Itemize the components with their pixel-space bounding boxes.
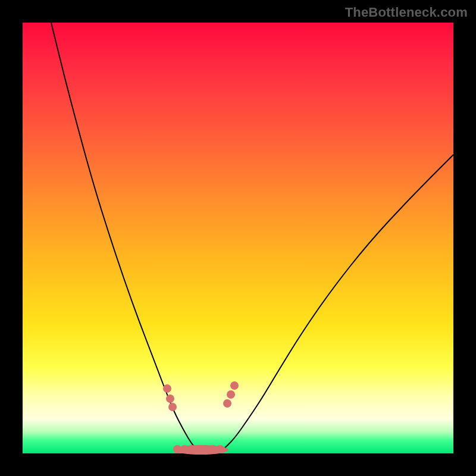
valley-dot <box>202 445 210 453</box>
valley-markers <box>163 381 239 455</box>
valley-dot <box>180 445 189 453</box>
watermark-text: TheBottleneck.com <box>345 5 468 20</box>
valley-dot <box>173 445 181 453</box>
valley-dot <box>187 445 196 453</box>
valley-dot <box>216 445 224 453</box>
curve-left-branch <box>51 23 197 450</box>
valley-dot <box>230 381 239 390</box>
curve-right-branch <box>223 155 453 450</box>
valley-dot <box>195 445 203 453</box>
valley-dot <box>166 394 174 403</box>
outer-frame: TheBottleneck.com <box>0 0 476 476</box>
curve-svg <box>23 23 453 453</box>
valley-dot <box>209 445 217 453</box>
valley-dot <box>168 403 177 411</box>
valley-dot <box>163 384 171 393</box>
plot-area <box>23 23 453 453</box>
valley-dot <box>227 390 235 399</box>
valley-dot <box>223 399 231 408</box>
